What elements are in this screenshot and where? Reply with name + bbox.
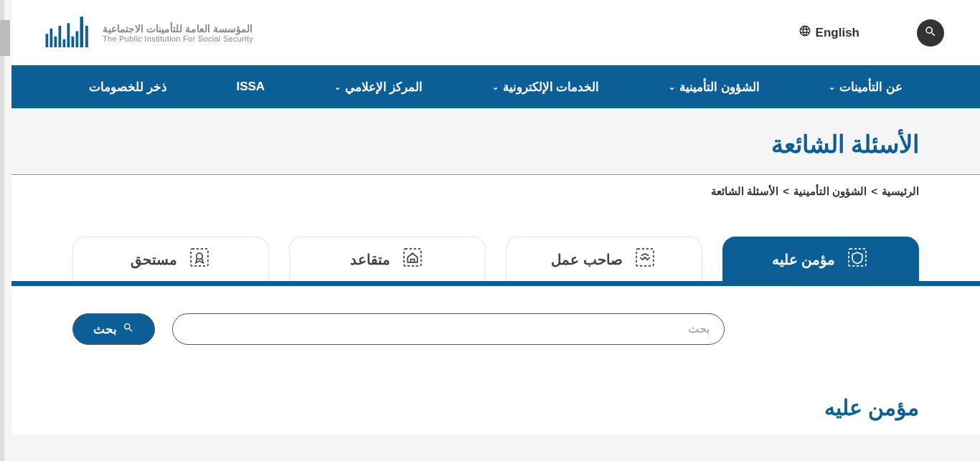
chevron-down-icon: ⌄ xyxy=(492,82,499,92)
logo-title-ar: المؤسسة العامة للتأمينات الاجتماعية xyxy=(103,23,253,34)
nav-insurance-affairs[interactable]: الشؤون التأمينية ⌄ xyxy=(669,80,760,95)
breadcrumb-current: الأسئلة الشائعة xyxy=(711,185,778,198)
nav-eservices[interactable]: الخدمات الإلكترونية ⌄ xyxy=(492,80,600,95)
tab-label: مستحق xyxy=(131,251,177,268)
handshake-icon xyxy=(633,245,657,273)
faq-search-input[interactable] xyxy=(172,313,725,345)
breadcrumb-row: الرئيسية > الشؤون التأمينية > الأسئلة ال… xyxy=(11,174,980,215)
svg-rect-9 xyxy=(85,26,88,47)
svg-rect-8 xyxy=(80,16,84,47)
nav-label: الشؤون التأمينية xyxy=(679,80,760,95)
faq-search-button[interactable]: بحث xyxy=(72,313,155,345)
page-title-row: الأسئلة الشائعة xyxy=(11,108,980,174)
logo-text: المؤسسة العامة للتأمينات الاجتماعية The … xyxy=(103,23,253,43)
nav-discounts[interactable]: ذخر للخصومات xyxy=(89,80,167,95)
header-top: المؤسسة العامة للتأمينات الاجتماعية The … xyxy=(11,0,980,65)
logo-title-en: The Public Institution For Social Securi… xyxy=(103,34,253,43)
svg-rect-13 xyxy=(191,249,208,266)
logo-mark-icon xyxy=(40,11,94,54)
tab-beneficiary[interactable]: مستحق xyxy=(72,237,269,281)
breadcrumb-affairs[interactable]: الشؤون التأمينية xyxy=(793,185,867,198)
breadcrumb: الرئيسية > الشؤون التأمينية > الأسئلة ال… xyxy=(72,185,919,198)
section-title: مؤمن عليه xyxy=(72,395,919,420)
svg-rect-6 xyxy=(72,37,75,47)
tab-label: صاحب عمل xyxy=(551,251,623,268)
tab-employer[interactable]: صاحب عمل xyxy=(506,237,702,281)
globe-icon xyxy=(798,24,811,41)
nav-issa[interactable]: ISSA xyxy=(236,80,265,94)
search-button-label: بحث xyxy=(93,322,117,337)
nav-label: المركز الإعلامي xyxy=(345,80,423,95)
scrollbar[interactable] xyxy=(0,0,11,461)
nav-label: ISSA xyxy=(236,80,265,94)
tab-label: مؤمن عليه xyxy=(772,251,836,268)
house-icon xyxy=(400,245,425,273)
nav-media-center[interactable]: المركز الإعلامي ⌄ xyxy=(334,80,423,95)
svg-rect-7 xyxy=(76,32,79,48)
svg-rect-5 xyxy=(67,23,70,47)
header-search-button[interactable] xyxy=(917,19,944,47)
tab-insured[interactable]: مؤمن عليه xyxy=(722,237,919,281)
chevron-down-icon: ⌄ xyxy=(669,82,675,92)
svg-point-14 xyxy=(196,253,202,260)
nav-about-insurance[interactable]: عن التأمينات ⌄ xyxy=(829,80,903,95)
search-icon xyxy=(123,322,134,337)
nav-label: ذخر للخصومات xyxy=(89,80,167,95)
svg-rect-2 xyxy=(55,37,57,47)
site-logo[interactable]: المؤسسة العامة للتأمينات الاجتماعية The … xyxy=(40,11,253,54)
breadcrumb-separator: > xyxy=(783,185,789,198)
nav-label: الخدمات الإلكترونية xyxy=(503,80,600,95)
svg-rect-4 xyxy=(63,39,66,47)
section-row: مؤمن عليه xyxy=(11,381,980,434)
main-navigation: عن التأمينات ⌄ الشؤون التأمينية ⌄ الخدما… xyxy=(11,65,980,108)
tab-retired[interactable]: متقاعد xyxy=(289,237,486,281)
language-switch[interactable]: English xyxy=(798,24,859,41)
page-title: الأسئلة الشائعة xyxy=(72,130,919,158)
tab-label: متقاعد xyxy=(350,251,390,268)
category-tabs: مؤمن عليه صاحب عمل متقاعد xyxy=(11,215,980,286)
svg-rect-0 xyxy=(46,34,49,47)
breadcrumb-separator: > xyxy=(871,185,877,198)
chevron-down-icon: ⌄ xyxy=(334,82,341,92)
nav-label: عن التأمينات xyxy=(839,80,903,95)
badge-icon xyxy=(187,245,212,273)
chevron-down-icon: ⌄ xyxy=(829,82,835,92)
breadcrumb-home[interactable]: الرئيسية xyxy=(882,185,919,198)
svg-rect-12 xyxy=(404,249,421,266)
shield-icon xyxy=(845,245,870,273)
faq-search-row: بحث xyxy=(11,286,980,381)
search-icon xyxy=(924,25,937,41)
svg-rect-3 xyxy=(59,26,62,47)
svg-rect-1 xyxy=(50,29,53,47)
language-label: English xyxy=(816,26,859,40)
